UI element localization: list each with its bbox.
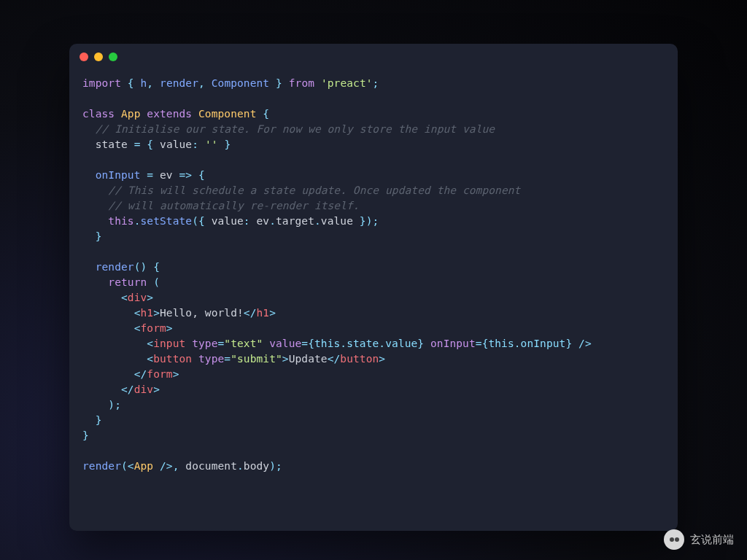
window-titlebar <box>69 44 678 70</box>
zoom-icon[interactable] <box>109 52 117 61</box>
wechat-icon <box>664 529 684 550</box>
code-block: import { h, render, Component } from 'pr… <box>69 70 678 487</box>
watermark-text: 玄说前端 <box>690 533 734 547</box>
minimize-icon[interactable] <box>94 52 103 61</box>
close-icon[interactable] <box>80 52 88 61</box>
code-window: import { h, render, Component } from 'pr… <box>69 44 678 531</box>
watermark: 玄说前端 <box>664 529 734 550</box>
